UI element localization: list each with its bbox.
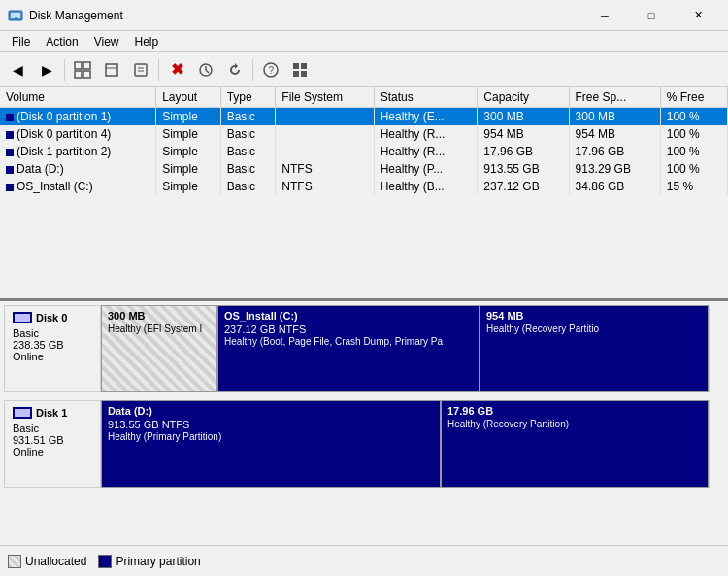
separator-2 — [158, 59, 159, 81]
table-row[interactable]: Data (D:)SimpleBasicNTFSHealthy (P...913… — [0, 160, 728, 178]
table-cell: 237.12 GB — [478, 178, 569, 195]
table-cell: 100 % — [660, 125, 727, 143]
partition-recovery2[interactable]: 17.96 GBHealthy (Recovery Partition) — [442, 401, 708, 487]
close-button[interactable]: ✕ — [676, 4, 720, 27]
table-cell: 300 MB — [478, 108, 569, 126]
main-content: Volume Layout Type File System Status Ca… — [0, 87, 728, 576]
table-cell: (Disk 0 partition 1) — [0, 108, 156, 126]
legend-unallocated: Unallocated — [8, 555, 86, 568]
partition-recovery1[interactable]: 954 MBHealthy (Recovery Partitio — [480, 306, 708, 391]
window-title: Disk Management — [29, 9, 582, 22]
legend-unallocated-label: Unallocated — [25, 555, 86, 568]
legend-primary-label: Primary partition — [116, 555, 200, 568]
disk-map-section: Disk 0 Basic 238.35 GB Online 300 MBHeal… — [0, 301, 728, 545]
svg-rect-5 — [75, 71, 82, 78]
edit-button[interactable] — [98, 56, 125, 84]
disk-type: Basic — [13, 423, 92, 434]
table-cell: Basic — [220, 108, 276, 126]
format-button[interactable] — [192, 56, 219, 84]
scrollbar-1 — [709, 400, 724, 488]
disk-label-0: Disk 0 Basic 238.35 GB Online — [4, 305, 101, 392]
toolbar: ◀ ▶ ✖ — [0, 52, 728, 87]
volume-table: Volume Layout Type File System Status Ca… — [0, 87, 728, 195]
col-type[interactable]: Type — [220, 87, 276, 108]
partition-desc: Healthy (Recovery Partition) — [447, 419, 702, 429]
menu-bar: File Action View Help — [0, 31, 728, 52]
table-cell: 17.96 GB — [569, 143, 660, 160]
col-status[interactable]: Status — [374, 87, 478, 108]
minimize-button[interactable]: ─ — [582, 4, 627, 27]
table-row[interactable]: (Disk 0 partition 1)SimpleBasicHealthy (… — [0, 108, 728, 126]
partition-os[interactable]: OS_Install (C:)237.12 GB NTFSHealthy (Bo… — [218, 306, 480, 391]
window-controls: ─ □ ✕ — [582, 4, 720, 27]
separator-3 — [252, 59, 253, 81]
table-cell: 954 MB — [569, 125, 660, 143]
table-cell: Simple — [156, 143, 221, 160]
table-row[interactable]: OS_Install (C:)SimpleBasicNTFSHealthy (B… — [0, 178, 728, 195]
col-volume[interactable]: Volume — [0, 87, 156, 108]
view-button[interactable] — [69, 56, 96, 84]
table-cell: OS_Install (C:) — [0, 178, 156, 195]
svg-rect-6 — [83, 71, 90, 78]
svg-rect-4 — [83, 62, 90, 69]
partition-name: 17.96 GB — [447, 405, 702, 417]
menu-view[interactable]: View — [86, 33, 127, 51]
svg-rect-16 — [301, 63, 307, 69]
disk-type: Basic — [13, 327, 92, 339]
app-icon — [8, 8, 23, 23]
col-percent[interactable]: % Free — [660, 87, 727, 108]
col-filesystem[interactable]: File System — [276, 87, 374, 108]
partition-name: Data (D:) — [108, 405, 434, 417]
disk-name: Disk 1 — [36, 407, 67, 419]
separator-1 — [64, 59, 65, 81]
properties-button[interactable] — [127, 56, 154, 84]
table-cell: 913.55 GB — [478, 160, 569, 178]
svg-rect-3 — [75, 62, 82, 69]
svg-text:?: ? — [269, 65, 275, 76]
table-cell — [276, 125, 374, 143]
menu-file[interactable]: File — [4, 33, 38, 51]
table-cell: Basic — [220, 143, 276, 160]
refresh-button[interactable] — [221, 56, 248, 84]
partition-efi[interactable]: 300 MBHealthy (EFI System I — [102, 306, 218, 391]
table-cell: 34.86 GB — [569, 178, 660, 195]
partition-desc: Healthy (Boot, Page File, Crash Dump, Pr… — [224, 336, 473, 347]
partition-name: 954 MB — [486, 310, 702, 322]
table-cell: (Disk 1 partition 2) — [0, 143, 156, 160]
partition-desc: Healthy (Recovery Partitio — [486, 323, 702, 334]
legend-unallocated-box — [8, 555, 21, 568]
col-capacity[interactable]: Capacity — [478, 87, 569, 108]
table-cell — [276, 108, 374, 126]
table-cell: Basic — [220, 160, 276, 178]
disk-size: 931.51 GB — [13, 434, 92, 446]
col-layout[interactable]: Layout — [156, 87, 221, 108]
table-cell: Basic — [220, 125, 276, 143]
table-cell: 100 % — [660, 108, 727, 126]
disk-status: Online — [13, 351, 92, 362]
table-cell: Simple — [156, 178, 221, 195]
table-cell: Data (D:) — [0, 160, 156, 178]
disk-partitions-0: 300 MBHealthy (EFI System IOS_Install (C… — [101, 305, 709, 392]
table-row[interactable]: (Disk 0 partition 4)SimpleBasicHealthy (… — [0, 125, 728, 143]
legend-primary: Primary partition — [98, 555, 200, 568]
table-row[interactable]: (Disk 1 partition 2)SimpleBasicHealthy (… — [0, 143, 728, 160]
table-cell: 15 % — [660, 178, 727, 195]
partition-desc: Healthy (EFI System I — [108, 323, 211, 334]
col-free[interactable]: Free Sp... — [569, 87, 660, 108]
forward-button[interactable]: ▶ — [33, 56, 60, 84]
menu-help[interactable]: Help — [127, 33, 167, 51]
maximize-button[interactable]: □ — [629, 4, 674, 27]
table-cell: Basic — [220, 178, 276, 195]
menu-action[interactable]: Action — [38, 33, 85, 51]
table-cell: 17.96 GB — [478, 143, 569, 160]
back-button[interactable]: ◀ — [4, 56, 31, 84]
disk-size: 238.35 GB — [13, 339, 92, 351]
disk-row-0: Disk 0 Basic 238.35 GB Online 300 MBHeal… — [4, 305, 724, 392]
delete-button[interactable]: ✖ — [163, 56, 190, 84]
partition-data[interactable]: Data (D:)913.55 GB NTFSHealthy (Primary … — [102, 401, 442, 487]
help-button[interactable]: ? — [257, 56, 284, 84]
table-cell: Simple — [156, 108, 221, 126]
disk-label-1: Disk 1 Basic 931.51 GB Online — [4, 400, 101, 488]
svg-rect-17 — [293, 71, 299, 77]
grid-button[interactable] — [286, 56, 314, 84]
